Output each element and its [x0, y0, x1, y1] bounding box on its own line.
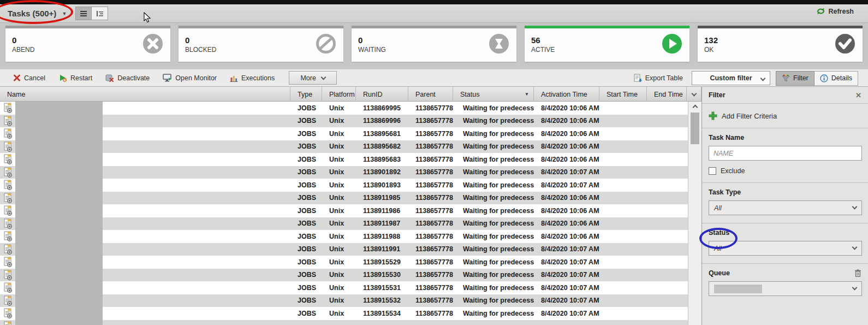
start-time-cell: [599, 307, 647, 320]
tasks-table: Name Type Platform RunID Parent Status ▼…: [0, 87, 701, 325]
platform-cell: Unix: [322, 307, 356, 320]
column-header-start-time[interactable]: Start Time: [599, 87, 647, 102]
check-circle-icon: [834, 33, 856, 57]
runid-cell: 1138869996: [356, 115, 408, 128]
title-bar: Tasks (500+) ▼: [0, 4, 868, 23]
column-header-parent[interactable]: Parent: [408, 87, 453, 102]
platform-cell: Unix: [322, 204, 356, 217]
open-monitor-label: Open Monitor: [175, 74, 217, 82]
end-time-cell: [647, 192, 687, 205]
scrollbar-thumb[interactable]: [691, 113, 699, 144]
exclude-checkbox[interactable]: [709, 167, 716, 175]
table-row[interactable]: JOBS Unix 1138901892 1138657778 Waiting …: [0, 166, 701, 179]
runid-cell: [356, 320, 408, 325]
table-row[interactable]: JOBS Unix 1138911988 1138657778 Waiting …: [0, 230, 701, 243]
table-row[interactable]: JOBS Unix 1138915529 1138657778 Waiting …: [0, 256, 701, 269]
runid-cell: 1138911988: [356, 230, 408, 243]
runid-cell: 1138915531: [356, 281, 408, 294]
type-cell: JOBS: [290, 217, 322, 231]
redacted-name: [15, 269, 103, 282]
close-icon[interactable]: ✕: [855, 91, 861, 99]
end-time-cell: [647, 166, 687, 179]
table-row[interactable]: JOBS Unix 1138895681 1138657778 Waiting …: [0, 127, 701, 140]
card-count: 0: [185, 36, 216, 45]
column-picker-button[interactable]: [687, 87, 701, 102]
chevron-down-icon: [852, 285, 858, 291]
type-cell: JOBS: [290, 230, 322, 243]
list-view-button[interactable]: [76, 7, 92, 20]
tree-view-icon: [96, 10, 104, 17]
column-header-end-time[interactable]: End Time: [647, 87, 687, 102]
end-time-cell: [647, 140, 687, 153]
details-button[interactable]: Details: [815, 71, 858, 86]
vertical-scrollbar[interactable]: [688, 102, 701, 325]
summary-card-active[interactable]: 56 ACTIVE: [525, 26, 689, 62]
parent-cell: 1138657778: [408, 230, 453, 243]
table-row[interactable]: JOBS Unix 1138915532 1138657778 Waiting …: [0, 294, 701, 308]
parent-cell: 1138657778: [408, 179, 453, 192]
platform-cell: Unix: [322, 115, 356, 128]
parent-cell: [408, 320, 453, 325]
trash-icon[interactable]: [854, 269, 861, 277]
task-type-dropdown[interactable]: All: [709, 200, 862, 215]
task-name-cell: [0, 243, 290, 256]
column-header-runid[interactable]: RunID: [356, 87, 408, 102]
summary-card-abend[interactable]: 0 ABEND: [5, 26, 170, 62]
redacted-name: [15, 256, 103, 269]
restart-button[interactable]: R Restart: [58, 74, 92, 82]
scrollbar-up-arrow[interactable]: [688, 102, 702, 111]
open-monitor-button[interactable]: Open Monitor: [163, 74, 217, 82]
deactivate-button[interactable]: Deactivate: [105, 74, 150, 82]
table-row[interactable]: JOBS Unix 1138895683 1138657778 Waiting …: [0, 153, 701, 166]
status-cell: Waiting for predecessor: [453, 307, 534, 320]
column-header-activation-time[interactable]: Activation Time: [534, 87, 599, 102]
table-row[interactable]: JOBS Unix 1138915534 1138657778 Waiting …: [0, 307, 701, 320]
task-name-input[interactable]: [709, 146, 862, 161]
table-row[interactable]: JOBS Unix 1138915531 1138657778 Waiting …: [0, 281, 701, 294]
action-toolbar: Cancel R Restart Deactivate Op: [0, 69, 868, 87]
activation-time-cell: 8/4/2020 10:06 AM: [534, 140, 599, 153]
platform-cell: Unix: [322, 243, 356, 256]
more-button[interactable]: More: [289, 71, 337, 85]
table-row[interactable]: JOBS Unix 1138869996 1138657778 Waiting …: [0, 115, 701, 128]
status-filter-caret-icon[interactable]: ▼: [525, 92, 529, 97]
table-row[interactable]: JOBS Unix 1138911985 1138657778 Waiting …: [0, 192, 701, 205]
executions-button[interactable]: Executions: [230, 74, 275, 82]
status-dropdown[interactable]: All: [709, 241, 862, 256]
table-row[interactable]: JOBS Unix 1138895682 1138657778 Waiting …: [0, 140, 701, 153]
activation-time-cell: 8/4/2020 10:06 AM: [534, 127, 599, 140]
summary-card-blocked[interactable]: 0 BLOCKED: [179, 26, 343, 62]
add-filter-criteria-button[interactable]: Add Filter Criteria: [702, 104, 868, 128]
table-row[interactable]: [0, 320, 701, 325]
tasks-dropdown-caret-icon[interactable]: ▼: [62, 11, 67, 16]
activation-time-cell: 8/4/2020 10:06 AM: [534, 192, 599, 205]
custom-filter-dropdown[interactable]: Custom filter: [692, 71, 770, 85]
filter-toggle-button[interactable]: Filter: [776, 71, 815, 86]
export-table-button[interactable]: Export Table: [633, 74, 683, 82]
summary-card-ok[interactable]: 132 OK: [698, 26, 863, 62]
table-row[interactable]: JOBS Unix 1138911991 1138657778 Waiting …: [0, 243, 701, 256]
runid-cell: 1138901892: [356, 166, 408, 179]
task-name-cell: [0, 166, 290, 179]
column-header-type[interactable]: Type: [290, 87, 322, 102]
table-row[interactable]: JOBS Unix 1138915530 1138657778 Waiting …: [0, 269, 701, 282]
column-header-platform[interactable]: Platform: [322, 87, 356, 102]
task-name-section: Task Name Exclude: [702, 128, 868, 183]
refresh-button[interactable]: Refresh: [816, 7, 854, 15]
table-row[interactable]: JOBS Unix 1138901893 1138657778 Waiting …: [0, 179, 701, 192]
summary-card-waiting[interactable]: 0 WAITING: [352, 26, 516, 62]
table-row[interactable]: JOBS Unix 1138911987 1138657778 Waiting …: [0, 217, 701, 231]
table-row[interactable]: JOBS Unix 1138911986 1138657778 Waiting …: [0, 204, 701, 217]
card-label: ABEND: [12, 45, 34, 54]
cancel-label: Cancel: [24, 74, 45, 82]
queue-dropdown[interactable]: [709, 281, 862, 296]
platform-cell: Unix: [322, 153, 356, 166]
task-name-cell: [0, 320, 290, 325]
table-row[interactable]: JOBS Unix 1138869995 1138657778 Waiting …: [0, 102, 701, 115]
column-header-name[interactable]: Name: [0, 87, 290, 102]
job-icon: [3, 218, 13, 229]
column-header-status[interactable]: Status ▼: [453, 87, 534, 102]
cancel-button[interactable]: Cancel: [13, 74, 45, 82]
card-count: 0: [12, 36, 34, 45]
tree-view-button[interactable]: [92, 7, 108, 20]
